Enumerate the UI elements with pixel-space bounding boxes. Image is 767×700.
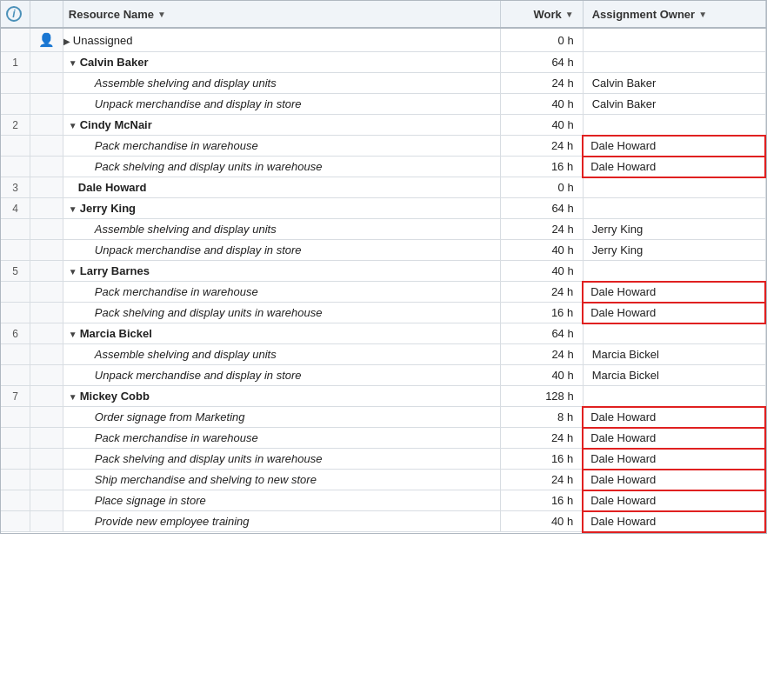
- info-icon: i: [6, 6, 22, 22]
- table-row: Assemble shelving and display units24 hC…: [1, 73, 765, 94]
- row-icon: 👤: [30, 28, 63, 52]
- row-work: 24 h: [501, 344, 583, 365]
- table-row: Pack merchandise in warehouse24 hDale Ho…: [1, 136, 765, 157]
- row-name: Mickey Cobb: [63, 386, 500, 407]
- row-work: 0 h: [501, 28, 583, 52]
- resource-name-text: Dale Howard: [78, 181, 147, 194]
- row-name: Provide new employee training: [63, 511, 500, 532]
- table-row: Pack merchandise in warehouse24 hDale Ho…: [1, 428, 765, 449]
- row-icon: [30, 344, 63, 365]
- row-name: Assemble shelving and display units: [63, 73, 500, 94]
- row-icon: [30, 470, 63, 490]
- row-number: [1, 470, 30, 490]
- row-owner: Dale Howard: [583, 428, 765, 449]
- row-icon: [30, 157, 63, 177]
- row-owner: [583, 115, 765, 136]
- sort-arrow-owner[interactable]: ▼: [698, 10, 707, 19]
- row-number: [1, 136, 30, 157]
- resource-name-text: Unassigned: [73, 34, 133, 47]
- row-work: 24 h: [501, 470, 583, 490]
- row-work: 40 h: [501, 115, 583, 136]
- resource-table-container: i Resource Name ▼ Work ▼: [0, 0, 767, 534]
- row-number: [1, 303, 30, 323]
- row-name: Unpack merchandise and display in store: [63, 365, 500, 386]
- header-work[interactable]: Work ▼: [501, 1, 583, 28]
- table-row: 2Cindy McNair40 h: [1, 115, 765, 136]
- table-row: Assemble shelving and display units24 hM…: [1, 344, 765, 365]
- table-body: 👤Unassigned0 h1Calvin Baker64 hAssemble …: [1, 28, 765, 532]
- row-number: 3: [1, 177, 30, 198]
- row-work: 40 h: [501, 365, 583, 386]
- expand-triangle[interactable]: [63, 37, 70, 46]
- row-icon: [30, 219, 63, 240]
- collapse-triangle[interactable]: [69, 204, 77, 214]
- row-work: 64 h: [501, 198, 583, 219]
- row-icon: [30, 136, 63, 157]
- row-name: ▶Dale Howard: [63, 177, 500, 198]
- row-number: 2: [1, 115, 30, 136]
- collapse-triangle[interactable]: [69, 267, 77, 277]
- table-row: 1Calvin Baker64 h: [1, 52, 765, 73]
- row-work: 16 h: [501, 303, 583, 323]
- resource-name-text: Jerry King: [80, 202, 136, 215]
- resource-name-text: Calvin Baker: [80, 56, 149, 69]
- row-work: 16 h: [501, 490, 583, 511]
- collapse-triangle[interactable]: [69, 330, 77, 339]
- row-work: 40 h: [501, 511, 583, 532]
- row-number: 4: [1, 198, 30, 219]
- table-row: Order signage from Marketing8 hDale Howa…: [1, 407, 765, 428]
- collapse-triangle[interactable]: [69, 392, 77, 402]
- resource-name-text: Cindy McNair: [80, 118, 152, 131]
- header-assignment-owner[interactable]: Assignment Owner ▼: [583, 1, 765, 28]
- row-number: [1, 94, 30, 115]
- row-owner: Dale Howard: [583, 282, 765, 303]
- collapse-triangle[interactable]: [69, 58, 77, 68]
- resource-table: i Resource Name ▼ Work ▼: [1, 1, 766, 533]
- row-work: 24 h: [501, 136, 583, 157]
- row-icon: [30, 490, 63, 511]
- resource-name-text: Pack merchandise in warehouse: [95, 285, 258, 298]
- resource-name-text: Pack shelving and display units in wareh…: [95, 452, 323, 465]
- row-owner: Dale Howard: [583, 511, 765, 532]
- resource-name-text: Pack merchandise in warehouse: [95, 431, 258, 444]
- row-work: 64 h: [501, 52, 583, 73]
- row-icon: [30, 73, 63, 94]
- row-name: Pack merchandise in warehouse: [63, 282, 500, 303]
- row-icon: [30, 323, 63, 344]
- table-row: Unpack merchandise and display in store4…: [1, 365, 765, 386]
- row-owner: [583, 28, 765, 52]
- row-name: Unpack merchandise and display in store: [63, 94, 500, 115]
- row-work: 40 h: [501, 261, 583, 282]
- row-name: Pack shelving and display units in wareh…: [63, 449, 500, 470]
- header-num: i: [1, 1, 30, 28]
- row-icon: [30, 365, 63, 386]
- row-icon: [30, 115, 63, 136]
- col-work-label: Work: [533, 8, 561, 21]
- collapse-triangle[interactable]: [69, 121, 77, 130]
- row-name: Pack merchandise in warehouse: [63, 136, 500, 157]
- table-row: 7Mickey Cobb128 h: [1, 386, 765, 407]
- row-work: 24 h: [501, 73, 583, 94]
- row-icon: [30, 94, 63, 115]
- row-number: [1, 282, 30, 303]
- row-owner: [583, 323, 765, 344]
- header-resource-name[interactable]: Resource Name ▼: [63, 1, 500, 28]
- row-icon: [30, 511, 63, 532]
- row-name: Marcia Bickel: [63, 323, 500, 344]
- row-icon: [30, 428, 63, 449]
- row-number: 1: [1, 52, 30, 73]
- sort-arrow-work[interactable]: ▼: [565, 10, 574, 19]
- row-icon: [30, 282, 63, 303]
- table-row: Assemble shelving and display units24 hJ…: [1, 219, 765, 240]
- row-icon: [30, 386, 63, 407]
- row-icon: [30, 449, 63, 470]
- sort-arrow-name[interactable]: ▼: [157, 10, 166, 19]
- col-owner-label: Assignment Owner: [592, 8, 695, 21]
- row-owner: Dale Howard: [583, 303, 765, 323]
- row-owner: [583, 52, 765, 73]
- table-row: Pack shelving and display units in wareh…: [1, 303, 765, 323]
- row-owner: Dale Howard: [583, 449, 765, 470]
- resource-name-text: Assemble shelving and display units: [95, 348, 277, 361]
- row-name: Pack shelving and display units in wareh…: [63, 157, 500, 177]
- table-row: Ship merchandise and shelving to new sto…: [1, 470, 765, 490]
